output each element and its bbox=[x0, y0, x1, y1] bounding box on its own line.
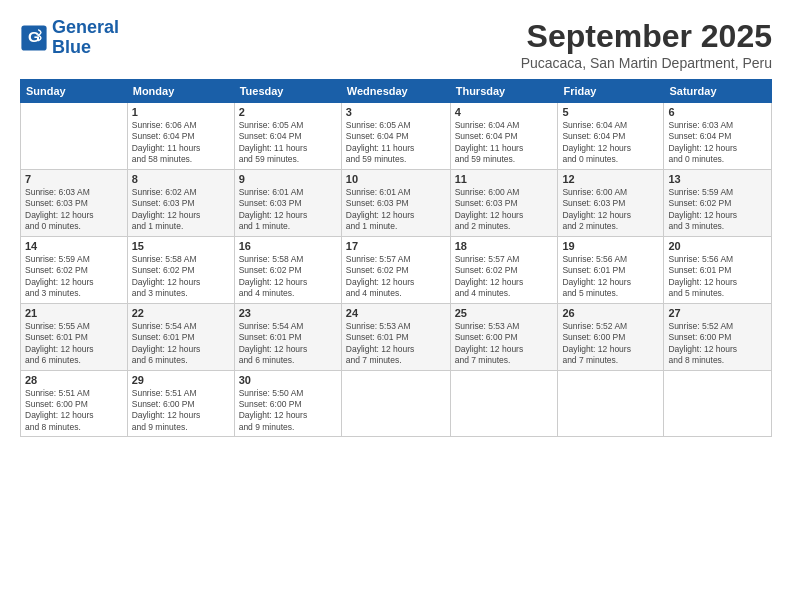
day-info: Sunrise: 5:54 AM Sunset: 6:01 PM Dayligh… bbox=[132, 321, 230, 367]
col-sunday: Sunday bbox=[21, 80, 128, 103]
day-number: 6 bbox=[668, 106, 767, 118]
day-info: Sunrise: 6:05 AM Sunset: 6:04 PM Dayligh… bbox=[346, 120, 446, 166]
calendar-cell: 2Sunrise: 6:05 AM Sunset: 6:04 PM Daylig… bbox=[234, 103, 341, 170]
calendar-cell: 28Sunrise: 5:51 AM Sunset: 6:00 PM Dayli… bbox=[21, 370, 128, 437]
col-tuesday: Tuesday bbox=[234, 80, 341, 103]
svg-text:G: G bbox=[28, 28, 40, 45]
day-info: Sunrise: 6:00 AM Sunset: 6:03 PM Dayligh… bbox=[455, 187, 554, 233]
calendar-cell: 12Sunrise: 6:00 AM Sunset: 6:03 PM Dayli… bbox=[558, 169, 664, 236]
calendar-cell: 1Sunrise: 6:06 AM Sunset: 6:04 PM Daylig… bbox=[127, 103, 234, 170]
col-saturday: Saturday bbox=[664, 80, 772, 103]
day-number: 5 bbox=[562, 106, 659, 118]
col-wednesday: Wednesday bbox=[341, 80, 450, 103]
day-info: Sunrise: 6:02 AM Sunset: 6:03 PM Dayligh… bbox=[132, 187, 230, 233]
day-info: Sunrise: 5:53 AM Sunset: 6:00 PM Dayligh… bbox=[455, 321, 554, 367]
calendar-cell: 11Sunrise: 6:00 AM Sunset: 6:03 PM Dayli… bbox=[450, 169, 558, 236]
calendar-cell: 21Sunrise: 5:55 AM Sunset: 6:01 PM Dayli… bbox=[21, 303, 128, 370]
day-info: Sunrise: 5:51 AM Sunset: 6:00 PM Dayligh… bbox=[25, 388, 123, 434]
calendar-cell: 30Sunrise: 5:50 AM Sunset: 6:00 PM Dayli… bbox=[234, 370, 341, 437]
calendar-week-0: 1Sunrise: 6:06 AM Sunset: 6:04 PM Daylig… bbox=[21, 103, 772, 170]
calendar-cell: 10Sunrise: 6:01 AM Sunset: 6:03 PM Dayli… bbox=[341, 169, 450, 236]
day-info: Sunrise: 5:52 AM Sunset: 6:00 PM Dayligh… bbox=[562, 321, 659, 367]
day-number: 18 bbox=[455, 240, 554, 252]
calendar-cell: 29Sunrise: 5:51 AM Sunset: 6:00 PM Dayli… bbox=[127, 370, 234, 437]
calendar-cell bbox=[21, 103, 128, 170]
calendar-cell: 22Sunrise: 5:54 AM Sunset: 6:01 PM Dayli… bbox=[127, 303, 234, 370]
day-info: Sunrise: 5:58 AM Sunset: 6:02 PM Dayligh… bbox=[132, 254, 230, 300]
calendar-week-4: 28Sunrise: 5:51 AM Sunset: 6:00 PM Dayli… bbox=[21, 370, 772, 437]
calendar-cell bbox=[558, 370, 664, 437]
day-info: Sunrise: 6:04 AM Sunset: 6:04 PM Dayligh… bbox=[455, 120, 554, 166]
day-number: 12 bbox=[562, 173, 659, 185]
day-number: 7 bbox=[25, 173, 123, 185]
col-friday: Friday bbox=[558, 80, 664, 103]
calendar-cell: 26Sunrise: 5:52 AM Sunset: 6:00 PM Dayli… bbox=[558, 303, 664, 370]
calendar-cell: 20Sunrise: 5:56 AM Sunset: 6:01 PM Dayli… bbox=[664, 236, 772, 303]
day-info: Sunrise: 5:56 AM Sunset: 6:01 PM Dayligh… bbox=[668, 254, 767, 300]
logo-text: GeneralBlue bbox=[52, 18, 119, 58]
calendar-cell: 19Sunrise: 5:56 AM Sunset: 6:01 PM Dayli… bbox=[558, 236, 664, 303]
col-monday: Monday bbox=[127, 80, 234, 103]
day-number: 17 bbox=[346, 240, 446, 252]
logo: G GeneralBlue bbox=[20, 18, 119, 58]
day-info: Sunrise: 6:05 AM Sunset: 6:04 PM Dayligh… bbox=[239, 120, 337, 166]
day-info: Sunrise: 6:01 AM Sunset: 6:03 PM Dayligh… bbox=[346, 187, 446, 233]
calendar-week-1: 7Sunrise: 6:03 AM Sunset: 6:03 PM Daylig… bbox=[21, 169, 772, 236]
day-number: 11 bbox=[455, 173, 554, 185]
calendar-cell bbox=[450, 370, 558, 437]
day-number: 28 bbox=[25, 374, 123, 386]
calendar-week-3: 21Sunrise: 5:55 AM Sunset: 6:01 PM Dayli… bbox=[21, 303, 772, 370]
logo-icon: G bbox=[20, 24, 48, 52]
day-number: 21 bbox=[25, 307, 123, 319]
day-info: Sunrise: 5:54 AM Sunset: 6:01 PM Dayligh… bbox=[239, 321, 337, 367]
calendar-cell: 13Sunrise: 5:59 AM Sunset: 6:02 PM Dayli… bbox=[664, 169, 772, 236]
calendar-cell: 5Sunrise: 6:04 AM Sunset: 6:04 PM Daylig… bbox=[558, 103, 664, 170]
calendar-cell: 15Sunrise: 5:58 AM Sunset: 6:02 PM Dayli… bbox=[127, 236, 234, 303]
day-number: 14 bbox=[25, 240, 123, 252]
day-info: Sunrise: 5:51 AM Sunset: 6:00 PM Dayligh… bbox=[132, 388, 230, 434]
title-block: September 2025 Pucacaca, San Martin Depa… bbox=[521, 18, 772, 71]
calendar-cell bbox=[341, 370, 450, 437]
day-number: 9 bbox=[239, 173, 337, 185]
day-info: Sunrise: 5:56 AM Sunset: 6:01 PM Dayligh… bbox=[562, 254, 659, 300]
day-info: Sunrise: 5:59 AM Sunset: 6:02 PM Dayligh… bbox=[668, 187, 767, 233]
calendar-cell: 18Sunrise: 5:57 AM Sunset: 6:02 PM Dayli… bbox=[450, 236, 558, 303]
calendar-cell: 8Sunrise: 6:02 AM Sunset: 6:03 PM Daylig… bbox=[127, 169, 234, 236]
day-number: 29 bbox=[132, 374, 230, 386]
calendar-header-row: Sunday Monday Tuesday Wednesday Thursday… bbox=[21, 80, 772, 103]
calendar-cell: 16Sunrise: 5:58 AM Sunset: 6:02 PM Dayli… bbox=[234, 236, 341, 303]
calendar-cell: 17Sunrise: 5:57 AM Sunset: 6:02 PM Dayli… bbox=[341, 236, 450, 303]
day-info: Sunrise: 6:00 AM Sunset: 6:03 PM Dayligh… bbox=[562, 187, 659, 233]
day-number: 30 bbox=[239, 374, 337, 386]
calendar-cell: 6Sunrise: 6:03 AM Sunset: 6:04 PM Daylig… bbox=[664, 103, 772, 170]
month-title: September 2025 bbox=[521, 18, 772, 55]
day-number: 25 bbox=[455, 307, 554, 319]
day-number: 13 bbox=[668, 173, 767, 185]
day-number: 10 bbox=[346, 173, 446, 185]
day-number: 27 bbox=[668, 307, 767, 319]
day-info: Sunrise: 5:55 AM Sunset: 6:01 PM Dayligh… bbox=[25, 321, 123, 367]
day-number: 8 bbox=[132, 173, 230, 185]
day-number: 2 bbox=[239, 106, 337, 118]
day-number: 4 bbox=[455, 106, 554, 118]
day-info: Sunrise: 6:03 AM Sunset: 6:04 PM Dayligh… bbox=[668, 120, 767, 166]
subtitle: Pucacaca, San Martin Department, Peru bbox=[521, 55, 772, 71]
calendar-cell: 3Sunrise: 6:05 AM Sunset: 6:04 PM Daylig… bbox=[341, 103, 450, 170]
day-number: 19 bbox=[562, 240, 659, 252]
day-number: 1 bbox=[132, 106, 230, 118]
calendar-cell: 23Sunrise: 5:54 AM Sunset: 6:01 PM Dayli… bbox=[234, 303, 341, 370]
day-info: Sunrise: 5:53 AM Sunset: 6:01 PM Dayligh… bbox=[346, 321, 446, 367]
day-info: Sunrise: 6:03 AM Sunset: 6:03 PM Dayligh… bbox=[25, 187, 123, 233]
calendar-cell: 4Sunrise: 6:04 AM Sunset: 6:04 PM Daylig… bbox=[450, 103, 558, 170]
day-info: Sunrise: 6:01 AM Sunset: 6:03 PM Dayligh… bbox=[239, 187, 337, 233]
calendar-cell: 24Sunrise: 5:53 AM Sunset: 6:01 PM Dayli… bbox=[341, 303, 450, 370]
day-number: 16 bbox=[239, 240, 337, 252]
day-number: 26 bbox=[562, 307, 659, 319]
col-thursday: Thursday bbox=[450, 80, 558, 103]
day-number: 24 bbox=[346, 307, 446, 319]
calendar-table: Sunday Monday Tuesday Wednesday Thursday… bbox=[20, 79, 772, 437]
day-info: Sunrise: 5:52 AM Sunset: 6:00 PM Dayligh… bbox=[668, 321, 767, 367]
day-info: Sunrise: 6:06 AM Sunset: 6:04 PM Dayligh… bbox=[132, 120, 230, 166]
day-info: Sunrise: 5:50 AM Sunset: 6:00 PM Dayligh… bbox=[239, 388, 337, 434]
day-info: Sunrise: 5:58 AM Sunset: 6:02 PM Dayligh… bbox=[239, 254, 337, 300]
